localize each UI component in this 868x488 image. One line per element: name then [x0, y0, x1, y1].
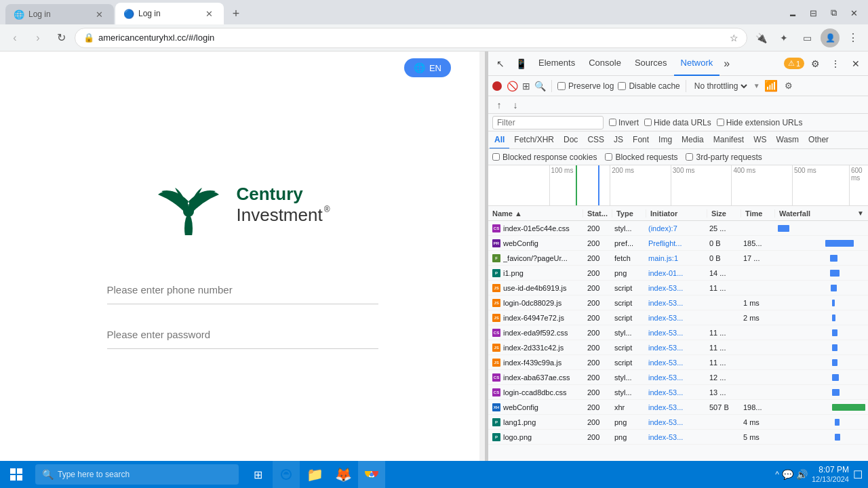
devtools-settings-button[interactable]: ⚙ — [806, 54, 825, 73]
bookmark-icon[interactable]: ☆ — [730, 33, 738, 43]
browser-tab-1[interactable]: 🌐 Log in ✕ — [5, 4, 114, 24]
notification-icon[interactable]: ☐ — [853, 468, 863, 481]
tab1-close[interactable]: ✕ — [93, 8, 106, 21]
th-name[interactable]: Name ▲ — [488, 209, 583, 218]
taskbar-search[interactable]: 🔍 Type here to search — [35, 464, 239, 485]
hide-extension-urls-label[interactable]: Hide extension URLs — [717, 118, 803, 127]
type-tab-manifest[interactable]: Manifest — [709, 131, 749, 149]
devtools-menu-button[interactable]: ⋮ — [826, 54, 845, 73]
chevron-up-sys-icon[interactable]: ^ — [775, 470, 779, 479]
task-view-button[interactable]: ⊞ — [244, 461, 271, 488]
start-button[interactable] — [0, 461, 33, 488]
network-settings-icon[interactable]: ⚙ — [782, 79, 795, 93]
edge-icon[interactable] — [273, 461, 300, 488]
preserve-log-checkbox[interactable] — [557, 82, 566, 90]
extensions-icon[interactable]: 🔌 — [751, 28, 770, 47]
new-tab-button[interactable]: + — [225, 3, 247, 24]
type-tab-media[interactable]: Media — [677, 131, 709, 149]
table-row[interactable]: JS use-id-de4b6919.js 200 script index-5… — [488, 281, 868, 296]
type-tab-css[interactable]: CSS — [583, 131, 609, 149]
type-tab-doc[interactable]: Doc — [559, 131, 583, 149]
url-text[interactable]: americancenturyhxl.cc/#/login — [98, 33, 726, 43]
firefox-icon[interactable]: 🦊 — [330, 461, 357, 488]
close-button[interactable]: ✕ — [845, 4, 863, 22]
tab-network[interactable]: Network — [674, 52, 720, 76]
wifi-icon[interactable]: 📶 — [764, 79, 778, 92]
type-tab-img[interactable]: Img — [654, 131, 677, 149]
third-party-requests-checkbox[interactable] — [686, 153, 693, 161]
url-bar[interactable]: 🔒 americancenturyhxl.cc/#/login ☆ — [75, 28, 747, 48]
chat-icon[interactable]: 💬 — [782, 469, 793, 480]
th-size[interactable]: Size — [707, 209, 741, 218]
table-row[interactable]: CS index-01e5c44e.css 200 styl... (index… — [488, 221, 868, 236]
throttle-select[interactable]: No throttling — [692, 81, 749, 92]
table-row[interactable]: CS index-aba637ae.css 200 styl... index-… — [488, 370, 868, 385]
th-time[interactable]: Time — [741, 209, 775, 218]
type-tab-font[interactable]: Font — [628, 131, 654, 149]
v-scrollbar[interactable] — [479, 52, 485, 483]
hide-extension-urls-checkbox[interactable] — [717, 119, 724, 126]
inspect-element-button[interactable]: ↖ — [491, 54, 510, 73]
disable-cache-label[interactable]: Disable cache — [618, 81, 679, 91]
more-tabs-button[interactable]: » — [719, 52, 734, 76]
clear-button[interactable]: 🚫 — [506, 80, 518, 92]
clock-area[interactable]: 8:07 PM 12/13/2024 — [812, 465, 849, 484]
table-row[interactable]: CS index-eda9f592.css 200 styl... index-… — [488, 325, 868, 340]
download-icon[interactable]: ↓ — [509, 98, 522, 112]
table-row[interactable]: P lang1.png 200 png index-53... 4 ms — [488, 415, 868, 430]
table-row[interactable]: JS index-f439c99a.js 200 script index-53… — [488, 355, 868, 370]
hide-data-urls-label[interactable]: Hide data URLs — [644, 118, 711, 127]
blocked-requests-checkbox[interactable] — [605, 153, 612, 161]
chrome-icon[interactable] — [358, 461, 385, 488]
reload-button[interactable]: ↻ — [52, 28, 71, 47]
invert-label[interactable]: Invert — [609, 118, 639, 127]
tab-console[interactable]: Console — [582, 52, 628, 76]
tab-elements[interactable]: Elements — [532, 52, 582, 76]
type-tab-other[interactable]: Other — [804, 131, 833, 149]
table-row[interactable]: XH webConfig 200 xhr index-53... 507 B 1… — [488, 400, 868, 415]
devtools-close-button[interactable]: ✕ — [846, 54, 865, 73]
device-toolbar-button[interactable]: 📱 — [511, 54, 530, 73]
type-tab-js[interactable]: JS — [609, 131, 628, 149]
minimize-button[interactable]: ⊟ — [804, 4, 822, 22]
blocked-cookies-checkbox[interactable] — [492, 153, 500, 161]
table-row[interactable]: F _favicon/?pageUr... 200 fetch main.js:… — [488, 251, 868, 266]
search-icon[interactable]: 🔍 — [534, 81, 546, 92]
translate-button[interactable]: 🌐 EN — [404, 58, 451, 77]
browser-tab-2[interactable]: 🔵 Log in ✕ — [115, 3, 224, 24]
explorer-icon[interactable]: 📁 — [301, 461, 328, 488]
type-tab-ws[interactable]: WS — [749, 131, 771, 149]
tab-sources[interactable]: Sources — [628, 52, 674, 76]
sidebar-icon[interactable]: ▭ — [797, 28, 816, 47]
filter-input[interactable] — [492, 116, 604, 129]
th-type[interactable]: Type — [612, 209, 646, 218]
menu-button[interactable]: ⋮ — [844, 28, 863, 47]
type-tab-wasm[interactable]: Wasm — [772, 131, 804, 149]
type-tab-fetch-xhr[interactable]: Fetch/XHR — [509, 131, 559, 149]
table-row[interactable]: JS index-2d331c42.js 200 script index-53… — [488, 340, 868, 355]
back-button[interactable]: ‹ — [5, 28, 24, 47]
table-row[interactable]: P i1.png 200 png index-01... 14 ... — [488, 266, 868, 281]
password-input[interactable] — [107, 321, 378, 349]
table-row[interactable]: JS index-64947e72.js 200 script index-53… — [488, 310, 868, 325]
disable-cache-checkbox[interactable] — [618, 82, 626, 90]
invert-checkbox[interactable] — [609, 119, 616, 126]
th-initiator[interactable]: Initiator — [646, 209, 707, 218]
blocked-cookies-label[interactable]: Blocked response cookies — [492, 152, 597, 162]
upload-icon[interactable]: ↑ — [492, 98, 506, 112]
hide-data-urls-checkbox[interactable] — [644, 119, 652, 126]
filter-icon[interactable]: ⊞ — [522, 81, 530, 92]
warning-badge[interactable]: ⚠ 1 — [784, 58, 804, 69]
type-tab-all[interactable]: All — [490, 131, 509, 149]
forward-button[interactable]: › — [28, 28, 47, 47]
table-row[interactable]: JS login-0dc88029.js 200 script index-53… — [488, 296, 868, 310]
phone-input[interactable] — [107, 276, 378, 304]
star-icon[interactable]: ✦ — [774, 28, 793, 47]
th-status[interactable]: Stat... — [583, 209, 612, 218]
volume-icon[interactable]: 🔊 — [796, 469, 808, 480]
blocked-requests-label[interactable]: Blocked requests — [605, 152, 677, 162]
tab2-close[interactable]: ✕ — [203, 7, 216, 20]
maximize-button[interactable]: ⧉ — [825, 4, 842, 22]
record-button[interactable] — [492, 81, 502, 91]
profile-icon[interactable]: 👤 — [821, 28, 840, 47]
